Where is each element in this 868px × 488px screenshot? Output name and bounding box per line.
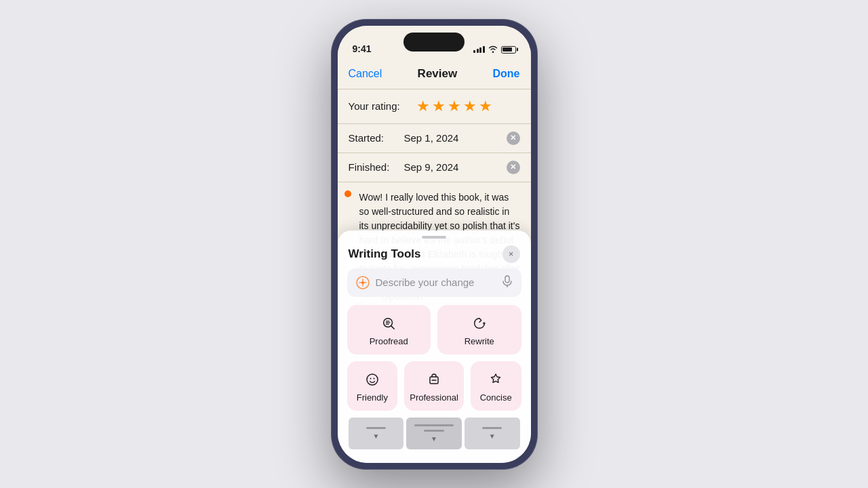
friendly-label: Friendly xyxy=(357,392,388,403)
tools-row-2: Friendly Professional xyxy=(338,361,531,411)
professional-label: Professional xyxy=(410,392,458,403)
status-bar: 9:41 xyxy=(338,26,531,60)
professional-icon xyxy=(425,371,443,388)
proofread-label: Proofread xyxy=(370,336,408,346)
star-3[interactable]: ★ xyxy=(448,98,461,115)
panel-header: Writing Tools × xyxy=(338,239,531,268)
suggestion-line xyxy=(414,424,454,426)
battery-icon xyxy=(501,46,516,54)
suggestion-line xyxy=(482,427,502,429)
signal-bars-icon xyxy=(473,46,485,53)
rating-row: Your rating: ★ ★ ★ ★ ★ xyxy=(338,89,531,124)
wifi-icon xyxy=(488,45,498,54)
status-icons xyxy=(473,45,516,54)
star-5[interactable]: ★ xyxy=(479,98,492,115)
svg-point-10 xyxy=(367,374,378,385)
tools-row-1: Proofread Rewrite xyxy=(338,305,531,354)
suggestion-arrow-1: ▼ xyxy=(372,432,379,440)
started-clear-button[interactable]: ✕ xyxy=(507,131,520,145)
suggestion-2[interactable]: ▼ xyxy=(406,418,462,449)
suggestion-line xyxy=(424,430,443,432)
started-label: Started: xyxy=(349,132,397,144)
proofread-icon xyxy=(380,314,397,332)
proofread-button[interactable]: Proofread xyxy=(347,305,431,354)
svg-point-12 xyxy=(373,378,374,379)
star-1[interactable]: ★ xyxy=(416,98,430,115)
rewrite-icon xyxy=(471,314,488,332)
friendly-icon xyxy=(363,371,381,388)
concise-icon xyxy=(487,371,505,388)
professional-button[interactable]: Professional xyxy=(404,361,464,411)
writing-tools-close-button[interactable]: × xyxy=(502,245,520,263)
suggestion-1[interactable]: ▼ xyxy=(349,418,404,449)
status-time: 9:41 xyxy=(353,43,372,54)
svg-rect-2 xyxy=(505,276,509,283)
friendly-button[interactable]: Friendly xyxy=(347,361,398,411)
finished-clear-button[interactable]: ✕ xyxy=(507,161,520,174)
describe-input-row[interactable]: Describe your change xyxy=(347,268,521,297)
nav-bar: Cancel Review Done xyxy=(338,60,531,89)
started-row: Started: Sep 1, 2024 ✕ xyxy=(338,124,531,153)
suggestion-line xyxy=(366,427,386,429)
svg-point-1 xyxy=(361,281,364,284)
rewrite-label: Rewrite xyxy=(465,336,494,346)
keyboard-suggestions: ▼ ▼ ▼ xyxy=(338,418,531,449)
dynamic-island xyxy=(403,33,465,52)
done-button[interactable]: Done xyxy=(493,68,520,80)
page-title: Review xyxy=(418,67,458,81)
star-4[interactable]: ★ xyxy=(463,98,477,115)
phone-screen: 9:41 xyxy=(338,26,531,463)
microphone-icon[interactable] xyxy=(501,275,513,290)
concise-button[interactable]: Concise xyxy=(471,361,521,411)
cancel-button[interactable]: Cancel xyxy=(349,68,382,80)
rewrite-button[interactable]: Rewrite xyxy=(437,305,521,354)
finished-left: Finished: Sep 9, 2024 xyxy=(349,161,459,173)
svg-point-11 xyxy=(370,378,371,379)
sparkle-icon xyxy=(355,275,370,290)
finished-row: Finished: Sep 9, 2024 ✕ xyxy=(338,153,531,182)
rating-label: Your rating: xyxy=(349,100,410,112)
describe-placeholder[interactable]: Describe your change xyxy=(376,277,496,288)
writing-tools-title: Writing Tools xyxy=(349,247,421,261)
star-rating[interactable]: ★ ★ ★ ★ ★ xyxy=(416,98,492,115)
text-cursor xyxy=(344,190,351,197)
finished-label: Finished: xyxy=(349,161,397,173)
suggestion-3[interactable]: ▼ xyxy=(465,418,520,449)
svg-point-9 xyxy=(483,322,486,325)
concise-label: Concise xyxy=(480,392,512,403)
started-left: Started: Sep 1, 2024 xyxy=(349,132,459,144)
star-2[interactable]: ★ xyxy=(432,98,446,115)
svg-line-5 xyxy=(391,326,394,329)
suggestion-arrow-2: ▼ xyxy=(431,435,437,443)
phone-device: 9:41 xyxy=(331,19,538,470)
finished-value[interactable]: Sep 9, 2024 xyxy=(404,161,459,173)
writing-tools-panel: Writing Tools × Describe your change xyxy=(338,230,531,463)
started-value[interactable]: Sep 1, 2024 xyxy=(404,132,459,144)
suggestion-arrow-3: ▼ xyxy=(489,432,496,440)
